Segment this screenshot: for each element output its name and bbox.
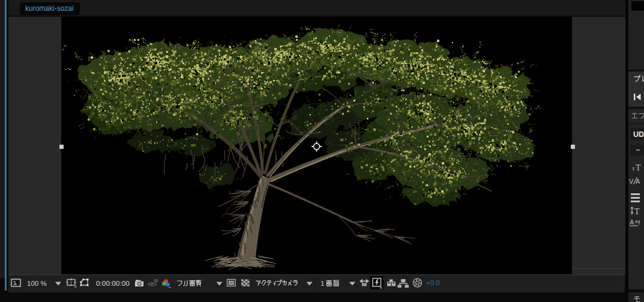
svg-text:A: A [630, 219, 634, 226]
svg-text:a: a [635, 219, 638, 224]
svg-text:+0.0: +0.0 [426, 279, 440, 286]
svg-text:100 %: 100 % [27, 280, 47, 287]
svg-text:V: V [629, 178, 634, 185]
svg-text:T: T [634, 207, 640, 216]
svg-text:UD: UD [633, 130, 644, 139]
svg-text:1: 1 [320, 280, 324, 287]
svg-text:T: T [636, 163, 641, 172]
svg-text:0:00:00:00: 0:00:00:00 [96, 279, 130, 288]
svg-text:т: т [632, 165, 635, 172]
